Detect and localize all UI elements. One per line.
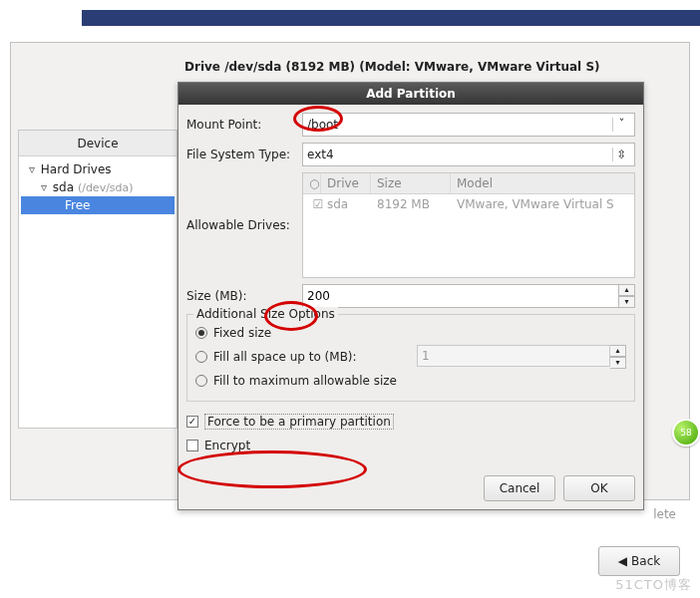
tree-free-space[interactable]: Free (21, 196, 175, 214)
additional-size-fieldset: Additional Size Options Fixed size Fill … (186, 314, 635, 402)
additional-size-legend: Additional Size Options (193, 307, 338, 321)
checkbox-icon[interactable] (186, 440, 198, 451)
radio-fill-up-to[interactable]: Fill all space up to (MB): ▴ ▾ (195, 345, 626, 369)
fill-up-to-spin: ▴ ▾ (610, 345, 626, 369)
spin-up-icon: ▴ (610, 345, 626, 357)
encrypt-checkbox[interactable]: Encrypt (186, 434, 635, 457)
radio-label: Fill all space up to (MB): (213, 350, 411, 364)
delete-button-fragment[interactable]: lete (653, 507, 676, 521)
radio-fixed-size[interactable]: Fixed size (195, 321, 626, 345)
mount-point-combo[interactable]: /boot ˇ (302, 113, 635, 137)
arrow-left-icon: ◀ (618, 554, 627, 568)
radio-icon[interactable] (195, 375, 207, 387)
allowable-drives-label: Allowable Drives: (186, 218, 302, 232)
tree-disk-sda[interactable]: ▿ sda (/dev/sda) (21, 178, 175, 196)
drive-summary-label: Drive /dev/sda (8192 MB) (Model: VMware,… (184, 60, 600, 74)
mount-point-value: /boot (307, 118, 338, 132)
primary-partition-label: Force to be a primary partition (204, 414, 394, 430)
top-accent-band (82, 10, 700, 26)
stepper-updown-icon[interactable]: ⇳ (612, 148, 630, 161)
tree-device-path: (/dev/sda) (78, 181, 134, 194)
radio-icon[interactable] (195, 327, 207, 339)
tree-label: sda (53, 180, 74, 194)
radio-label: Fill to maximum allowable size (213, 374, 397, 388)
fill-up-to-input (417, 345, 610, 367)
status-badge: 58 (672, 419, 700, 447)
fs-type-label: File System Type: (186, 148, 302, 161)
add-partition-dialog: Add Partition Mount Point: /boot ˇ File … (177, 82, 644, 510)
tree-label: Free (65, 198, 90, 212)
dialog-title: Add Partition (178, 83, 643, 105)
spin-down-icon[interactable]: ▾ (619, 296, 635, 308)
mount-point-label: Mount Point: (186, 118, 302, 132)
primary-partition-checkbox[interactable]: ✓ Force to be a primary partition (186, 410, 635, 434)
fs-type-value: ext4 (307, 148, 334, 161)
checkbox-icon[interactable]: ✓ (186, 416, 198, 428)
back-label: Back (631, 554, 660, 568)
device-tree-panel: Device ▿ Hard Drives ▿ sda (/dev/sda) Fr… (18, 130, 177, 429)
drives-table-row[interactable]: ☑ sda 8192 MB VMware, VMware Virtual S (303, 194, 634, 214)
size-label: Size (MB): (186, 289, 302, 303)
col-size[interactable]: Size (371, 173, 451, 193)
watermark: 51CTO博客 (615, 576, 692, 594)
chevron-down-icon[interactable]: ˇ (612, 118, 630, 132)
tree-label: Hard Drives (41, 162, 112, 176)
encrypt-label: Encrypt (204, 439, 250, 452)
disclosure-triangle-icon[interactable]: ▿ (39, 178, 49, 196)
drives-table-header: ○ Drive Size Model (303, 173, 634, 194)
allowable-drives-table[interactable]: ○ Drive Size Model ☑ sda 8192 MB VMware,… (302, 172, 635, 278)
radio-icon[interactable] (195, 351, 207, 363)
radio-fill-max[interactable]: Fill to maximum allowable size (195, 369, 626, 393)
disclosure-triangle-icon[interactable]: ▿ (27, 160, 37, 178)
device-column-header[interactable]: Device (19, 131, 176, 156)
drive-name: sda (327, 197, 377, 211)
spin-up-icon[interactable]: ▴ (619, 284, 635, 296)
size-input[interactable] (302, 284, 619, 308)
drive-check-icon[interactable]: ☑ (309, 197, 327, 211)
spin-down-icon: ▾ (610, 357, 626, 369)
col-drive[interactable]: Drive (321, 173, 371, 193)
device-tree: ▿ Hard Drives ▿ sda (/dev/sda) Free (19, 156, 176, 218)
drive-size: 8192 MB (377, 197, 457, 211)
cancel-button[interactable]: Cancel (484, 475, 555, 501)
col-model[interactable]: Model (451, 173, 634, 193)
col-check-icon[interactable]: ○ (303, 173, 321, 193)
back-button[interactable]: ◀ Back (598, 546, 680, 576)
tree-hard-drives[interactable]: ▿ Hard Drives (21, 160, 175, 178)
ok-button[interactable]: OK (563, 475, 635, 501)
fs-type-combo[interactable]: ext4 ⇳ (302, 143, 635, 166)
radio-label: Fixed size (213, 326, 271, 340)
drive-model: VMware, VMware Virtual S (457, 197, 628, 211)
size-spin-buttons[interactable]: ▴ ▾ (619, 284, 635, 308)
